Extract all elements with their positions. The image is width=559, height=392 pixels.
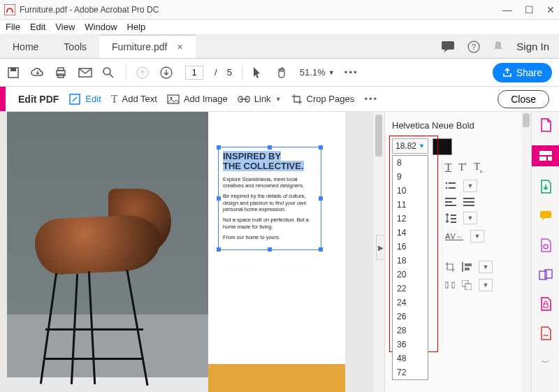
size-option[interactable]: 18 — [393, 254, 428, 268]
scrollbar-thumb[interactable] — [375, 115, 382, 157]
size-option[interactable]: 14 — [393, 226, 428, 240]
svg-rect-1 — [442, 41, 454, 50]
arrange-icon[interactable] — [462, 280, 472, 290]
character-spacing-icon[interactable]: AV↔ — [445, 232, 463, 240]
sign-in-link[interactable]: Sign In — [516, 41, 549, 52]
export-pdf-icon[interactable] — [537, 177, 555, 196]
edit-pdf-rail-icon[interactable] — [532, 145, 560, 166]
expand-rail-icon[interactable]: ﹀ — [537, 354, 555, 372]
svg-point-43 — [544, 245, 548, 249]
organize-pages-icon[interactable] — [537, 236, 555, 254]
font-family-dropdown[interactable]: Helvetica Neue Bold ▼ — [392, 116, 527, 134]
more-tools-icon[interactable]: ••• — [344, 67, 358, 78]
link-tool[interactable]: Link ▼ — [238, 94, 282, 104]
line-spacing-icon[interactable] — [445, 212, 456, 224]
comment-icon[interactable] — [537, 207, 555, 225]
menu-view[interactable]: View — [55, 22, 75, 32]
mail-icon[interactable] — [78, 68, 92, 78]
align-objects-icon[interactable] — [462, 262, 472, 272]
underline-icon[interactable]: T — [445, 161, 451, 173]
share-button[interactable]: Share — [493, 63, 552, 82]
svg-rect-23 — [445, 198, 456, 199]
text-color-swatch[interactable] — [433, 138, 452, 155]
selected-text-frame[interactable]: INSPIRED BY THE COLLECTIVE. Explore Scan… — [218, 147, 321, 250]
comments-icon[interactable] — [441, 41, 455, 53]
select-tool-icon[interactable] — [252, 66, 266, 79]
add-text-icon: T — [111, 93, 118, 106]
tab-tools[interactable]: Tools — [51, 35, 99, 58]
size-option[interactable]: 9 — [393, 170, 428, 184]
distribute-icon[interactable] — [445, 280, 455, 290]
help-icon[interactable]: ? — [467, 41, 480, 53]
size-option[interactable]: 24 — [393, 296, 428, 310]
size-option[interactable]: 48 — [393, 351, 428, 365]
close-window-button[interactable]: ✕ — [546, 4, 555, 15]
tab-home[interactable]: Home — [0, 35, 51, 58]
hand-tool-icon[interactable] — [276, 66, 290, 79]
size-option[interactable]: 8 — [393, 156, 428, 170]
size-option[interactable]: 72 — [393, 365, 428, 379]
tab-close-icon[interactable]: × — [177, 41, 182, 52]
font-size-input[interactable]: 18.82 ▼ — [392, 138, 428, 154]
svg-line-11 — [110, 74, 113, 78]
document-view[interactable]: INSPIRED BY THE COLLECTIVE. Explore Scan… — [0, 112, 384, 392]
search-icon[interactable] — [102, 66, 116, 79]
edit-tool[interactable]: Edit — [68, 93, 101, 106]
tab-document[interactable]: Furniture.pdf × — [99, 35, 196, 58]
page-number-input[interactable] — [185, 66, 203, 80]
menu-window[interactable]: Window — [85, 22, 117, 32]
zoom-level[interactable]: 51.1%▼ — [300, 67, 335, 78]
list-style-dropdown[interactable]: ▼ — [463, 180, 477, 192]
subscript-icon[interactable]: T₁ — [474, 161, 482, 174]
char-spacing-dropdown[interactable]: ▼ — [470, 230, 484, 242]
add-text-tool[interactable]: T Add Text — [111, 93, 157, 106]
fill-sign-icon[interactable] — [537, 324, 555, 342]
bullet-list-icon[interactable] — [445, 181, 456, 191]
more-edit-tools-icon[interactable]: ••• — [364, 94, 378, 104]
superscript-icon[interactable]: T¹ — [458, 161, 467, 173]
prev-page-icon[interactable] — [136, 66, 150, 79]
protect-icon[interactable] — [537, 295, 555, 313]
print-icon[interactable] — [55, 66, 68, 79]
line-spacing-dropdown[interactable]: ▼ — [463, 212, 477, 224]
align-justify-icon[interactable] — [463, 198, 474, 206]
close-edit-button[interactable]: Close — [498, 90, 549, 108]
size-option[interactable]: 22 — [393, 282, 428, 296]
size-option[interactable]: 12 — [393, 212, 428, 226]
collapse-right-icon[interactable]: ▶ — [376, 235, 384, 260]
size-option[interactable]: 11 — [393, 198, 428, 212]
svg-rect-34 — [465, 268, 470, 270]
align-left-icon[interactable] — [445, 198, 456, 206]
size-option[interactable]: 36 — [393, 337, 428, 351]
size-option[interactable]: 10 — [393, 184, 428, 198]
save-icon[interactable] — [7, 66, 21, 79]
menu-file[interactable]: File — [6, 22, 20, 32]
menu-help[interactable]: Help — [127, 22, 146, 32]
add-image-tool[interactable]: Add Image — [167, 94, 228, 104]
combine-files-icon[interactable] — [537, 266, 555, 284]
menu-edit[interactable]: Edit — [30, 22, 45, 32]
arrange-dropdown[interactable]: ▼ — [479, 279, 493, 291]
panel-scrollbar[interactable] — [521, 112, 531, 392]
crop-object-icon[interactable] — [445, 262, 455, 272]
align-dropdown[interactable]: ▼ — [479, 261, 493, 273]
notifications-icon[interactable] — [493, 41, 504, 53]
minimize-button[interactable]: — — [502, 4, 512, 15]
next-page-icon[interactable] — [160, 66, 174, 79]
chevron-down-icon: ▼ — [328, 69, 335, 76]
crop-pages-tool[interactable]: Crop Pages — [291, 94, 355, 105]
create-pdf-icon[interactable] — [537, 116, 555, 134]
maximize-button[interactable]: ☐ — [525, 4, 534, 15]
add-image-icon — [167, 94, 180, 104]
font-size-dropdown[interactable]: 8 9 10 11 12 14 16 18 20 22 24 26 28 36 … — [392, 155, 428, 380]
title-bar: Furniture.pdf - Adobe Acrobat Pro DC — ☐… — [0, 0, 559, 20]
size-option[interactable]: 28 — [393, 324, 428, 337]
share-icon — [502, 68, 512, 78]
size-option[interactable]: 26 — [393, 310, 428, 324]
size-option[interactable]: 20 — [393, 268, 428, 282]
cloud-icon[interactable] — [31, 67, 45, 78]
scrollbar-thumb[interactable] — [523, 113, 530, 127]
size-option[interactable]: 16 — [393, 240, 428, 254]
tab-document-label: Furniture.pdf — [112, 41, 167, 52]
add-text-label: Add Text — [122, 94, 157, 104]
